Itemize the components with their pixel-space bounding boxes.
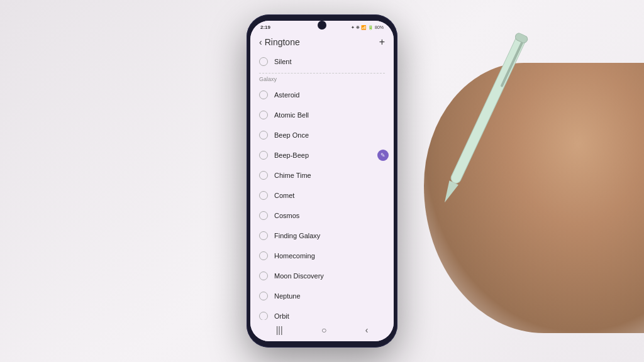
phone-screen: 2:19 ✦ ❋ 📶 🔋 80% ‹ Ringtone + SilentGala… (250, 21, 394, 341)
hand-illustration (424, 63, 644, 333)
list-item[interactable]: Atomic Bell (250, 105, 394, 125)
radio-button[interactable] (259, 90, 268, 99)
camera-notch (318, 21, 326, 30)
list-item[interactable]: Cosmos (250, 206, 394, 226)
svg-rect-3 (514, 32, 528, 44)
status-icons: ✦ ❋ 📶 🔋 80% (351, 25, 384, 30)
item-label: Neptune (274, 292, 301, 300)
list-item[interactable]: Homecoming (250, 246, 394, 266)
list-item[interactable]: Beep-Beep✎ (250, 145, 394, 165)
radio-button[interactable] (259, 251, 268, 260)
radio-button[interactable] (259, 57, 268, 66)
list-item[interactable]: Neptune (250, 286, 394, 306)
list-item[interactable]: Finding Galaxy (250, 226, 394, 246)
svg-marker-1 (440, 180, 458, 204)
home-button[interactable]: ○ (321, 325, 326, 335)
item-label: Asteroid (274, 91, 299, 99)
svg-rect-0 (449, 33, 527, 185)
app-header: ‹ Ringtone + (250, 31, 394, 52)
header-title: Ringtone (265, 37, 300, 47)
battery-level: 80% (375, 25, 384, 30)
item-label: Beep Once (274, 131, 309, 139)
radio-button[interactable] (259, 211, 268, 220)
list-item[interactable]: Asteroid (250, 85, 394, 105)
add-button[interactable]: + (379, 36, 385, 48)
radio-button[interactable] (259, 292, 268, 300)
radio-button[interactable] (259, 171, 268, 180)
item-label: Moon Discovery (274, 272, 324, 280)
item-label: Chime Time (274, 172, 311, 179)
section-divider (259, 73, 385, 74)
back-icon: ‹ (259, 37, 262, 47)
list-item[interactable]: Beep Once (250, 125, 394, 145)
radio-button[interactable] (259, 272, 268, 280)
ringtone-list[interactable]: SilentGalaxyAsteroidAtomic BellBeep Once… (250, 52, 394, 320)
item-label: Orbit (274, 312, 289, 320)
item-label: Beep-Beep (274, 151, 309, 159)
item-label: Silent (274, 58, 292, 65)
list-item[interactable]: Silent (250, 52, 394, 72)
edit-badge[interactable]: ✎ (377, 150, 389, 161)
item-label: Cosmos (274, 212, 299, 219)
radio-button[interactable] (259, 312, 268, 320)
recent-apps-button[interactable]: ||| (276, 325, 283, 335)
stylus (443, 25, 518, 229)
back-nav-button[interactable]: ‹ (365, 325, 369, 335)
radio-button[interactable] (259, 151, 268, 160)
item-label: Comet (274, 192, 294, 199)
svg-rect-2 (500, 41, 523, 87)
back-button[interactable]: ‹ Ringtone (259, 37, 300, 47)
item-label: Finding Galaxy (274, 232, 320, 239)
item-label: Atomic Bell (274, 111, 309, 119)
nav-bar: ||| ○ ‹ (250, 320, 394, 341)
list-item[interactable]: Moon Discovery (250, 266, 394, 286)
item-label: Homecoming (274, 252, 315, 260)
list-item[interactable]: Chime Time (250, 165, 394, 185)
list-item[interactable]: Orbit (250, 306, 394, 320)
scene: 2:19 ✦ ❋ 📶 🔋 80% ‹ Ringtone + SilentGala… (0, 0, 644, 362)
radio-button[interactable] (259, 131, 268, 140)
radio-button[interactable] (259, 111, 268, 119)
phone-body: 2:19 ✦ ❋ 📶 🔋 80% ‹ Ringtone + SilentGala… (247, 14, 397, 348)
radio-button[interactable] (259, 191, 268, 200)
radio-button[interactable] (259, 231, 268, 240)
section-label: Galaxy (250, 75, 394, 85)
list-item[interactable]: Comet (250, 185, 394, 206)
status-time: 2:19 (260, 25, 270, 30)
